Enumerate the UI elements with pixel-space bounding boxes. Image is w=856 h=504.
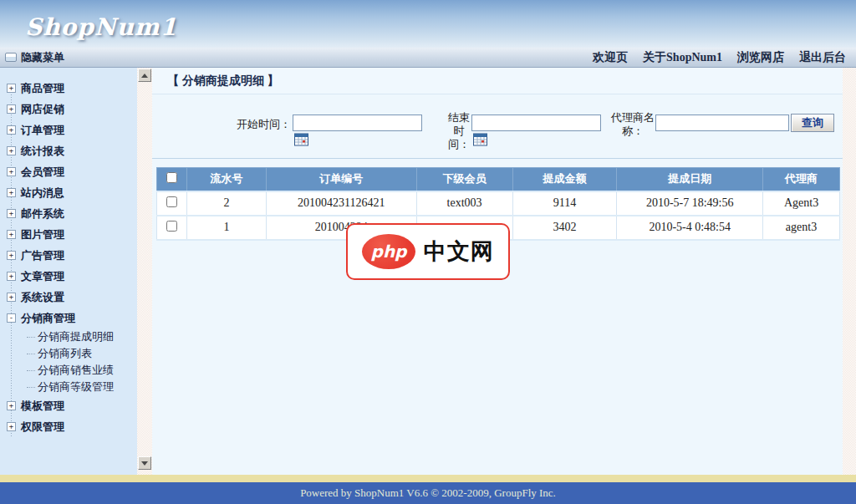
- nav-browse-shop[interactable]: 浏览网店: [737, 50, 784, 65]
- sidebar-item-promotion[interactable]: +网店促销: [7, 99, 137, 120]
- cell-serial: 1: [186, 216, 266, 240]
- sidebar-scrollbar[interactable]: [137, 68, 152, 475]
- sidebar-item-distributor-list[interactable]: 分销商列表: [7, 345, 137, 362]
- footer: Powered by ShopNum1 V6.6 © 2002-2009, Gr…: [0, 482, 856, 504]
- hide-menu-toggle[interactable]: 隐藏菜单: [0, 50, 64, 65]
- sidebar-tree: +商品管理 +网店促销 +订单管理 +统计报表 +会员管理 +站内消息 +邮件系…: [0, 68, 137, 437]
- expand-icon[interactable]: +: [7, 401, 16, 410]
- sidebar: +商品管理 +网店促销 +订单管理 +统计报表 +会员管理 +站内消息 +邮件系…: [0, 68, 137, 475]
- expand-icon[interactable]: +: [7, 188, 16, 197]
- filter-form: 开始时间： 结束时间： 代理商名称： 查询: [152, 94, 843, 159]
- cell-amount: 9114: [512, 191, 617, 216]
- menu-bar: 隐藏菜单 欢迎页 关于ShopNum1 浏览网店 退出后台: [0, 48, 856, 68]
- cell-member: text003: [416, 191, 512, 216]
- expand-icon[interactable]: +: [7, 146, 16, 155]
- arrow-down-icon: [141, 461, 148, 466]
- php-logo-icon: php: [362, 234, 415, 269]
- expand-icon[interactable]: +: [7, 422, 16, 431]
- top-nav: 欢迎页 关于ShopNum1 浏览网店 退出后台: [593, 50, 856, 65]
- end-calendar-icon[interactable]: [473, 133, 487, 146]
- nav-about[interactable]: 关于ShopNum1: [643, 50, 722, 65]
- right-scroll-track: [843, 68, 856, 475]
- header-member: 下级会员: [416, 168, 512, 191]
- sidebar-item-system[interactable]: +系统设置: [7, 287, 137, 308]
- cell-agent: Agent3: [763, 191, 840, 216]
- expand-icon[interactable]: +: [7, 104, 16, 114]
- select-all-checkbox[interactable]: [166, 172, 177, 183]
- expand-icon[interactable]: +: [7, 125, 16, 135]
- agent-name-input[interactable]: [655, 115, 789, 131]
- scroll-up-button[interactable]: [138, 69, 151, 82]
- header-amount: 提成金额: [512, 168, 617, 191]
- select-all-cell: [157, 168, 187, 191]
- arrow-up-icon: [141, 74, 148, 78]
- header-agent: 代理商: [763, 168, 840, 191]
- php-cn-watermark: php 中文网: [346, 223, 510, 280]
- end-time-input[interactable]: [471, 115, 601, 131]
- header-date: 提成日期: [617, 168, 763, 191]
- expand-icon[interactable]: +: [7, 272, 16, 281]
- table-row: 2 201004231126421 text003 9114 2010-5-7 …: [157, 191, 840, 216]
- header-serial: 流水号: [186, 168, 266, 191]
- shopnum1-logo: ShopNum1: [25, 13, 177, 41]
- nav-logout[interactable]: 退出后台: [799, 50, 846, 65]
- scroll-down-button[interactable]: [138, 456, 151, 470]
- sidebar-item-images[interactable]: +图片管理: [7, 224, 137, 245]
- sidebar-item-templates[interactable]: +模板管理: [7, 395, 137, 416]
- window-panel-icon: [5, 53, 17, 62]
- cell-date: 2010-5-7 18:49:56: [617, 191, 763, 216]
- sidebar-item-distributor-commission[interactable]: 分销商提成明细: [7, 328, 137, 345]
- sidebar-item-reports[interactable]: +统计报表: [7, 140, 137, 161]
- row-checkbox[interactable]: [166, 196, 177, 207]
- row-checkbox-cell: [157, 216, 187, 240]
- footer-text: Powered by ShopNum1 V6.6 © 2002-2009, Gr…: [300, 486, 556, 500]
- start-calendar-icon[interactable]: [294, 133, 308, 146]
- expand-icon[interactable]: +: [7, 293, 16, 302]
- sidebar-item-distributor[interactable]: -分销商管理: [7, 308, 137, 328]
- sidebar-item-mail[interactable]: +邮件系统: [7, 203, 137, 224]
- cell-agent: agent3: [763, 216, 840, 240]
- admin-page: ShopNum1 隐藏菜单 欢迎页 关于ShopNum1 浏览网店 退出后台 +…: [0, 0, 856, 504]
- cell-order: 201004231126421: [266, 191, 416, 216]
- footer-accent-strip: [0, 475, 856, 482]
- expand-icon[interactable]: +: [7, 84, 16, 93]
- sidebar-item-goods[interactable]: +商品管理: [7, 78, 137, 99]
- agent-name-label: 代理商名称：: [609, 111, 657, 138]
- start-time-input[interactable]: [293, 115, 422, 131]
- row-checkbox-cell: [157, 191, 187, 216]
- sidebar-item-permissions[interactable]: +权限管理: [7, 416, 137, 437]
- search-button[interactable]: 查询: [791, 114, 834, 132]
- top-banner: ShopNum1: [0, 0, 856, 48]
- cell-amount: 3402: [512, 216, 617, 240]
- start-time-label: 开始时间：: [217, 118, 291, 131]
- expand-icon[interactable]: +: [7, 251, 16, 260]
- sidebar-item-messages[interactable]: +站内消息: [7, 182, 137, 203]
- watermark-text: 中文网: [424, 237, 494, 267]
- cell-date: 2010-5-4 0:48:54: [617, 216, 763, 240]
- hide-menu-label: 隐藏菜单: [21, 50, 64, 65]
- nav-welcome[interactable]: 欢迎页: [593, 50, 628, 65]
- sidebar-item-members[interactable]: +会员管理: [7, 161, 137, 182]
- page-title: 【 分销商提成明细 】: [167, 74, 279, 89]
- collapse-icon[interactable]: -: [7, 313, 16, 323]
- sidebar-item-ads[interactable]: +广告管理: [7, 245, 137, 266]
- page-title-bar: 【 分销商提成明细 】: [152, 68, 843, 94]
- table-header-row: 流水号 订单编号 下级会员 提成金额 提成日期 代理商: [157, 168, 840, 191]
- sidebar-item-articles[interactable]: +文章管理: [7, 266, 137, 287]
- expand-icon[interactable]: +: [7, 167, 16, 176]
- sidebar-item-orders[interactable]: +订单管理: [7, 120, 137, 140]
- sidebar-item-distributor-sales[interactable]: 分销商销售业绩: [7, 362, 137, 379]
- row-checkbox[interactable]: [166, 221, 177, 232]
- end-time-label: 结束时间：: [443, 111, 475, 151]
- expand-icon[interactable]: +: [7, 230, 16, 239]
- expand-icon[interactable]: +: [7, 209, 16, 218]
- sidebar-item-distributor-levels[interactable]: 分销商等级管理: [7, 379, 137, 395]
- cell-serial: 2: [186, 191, 266, 216]
- header-order: 订单编号: [266, 168, 416, 191]
